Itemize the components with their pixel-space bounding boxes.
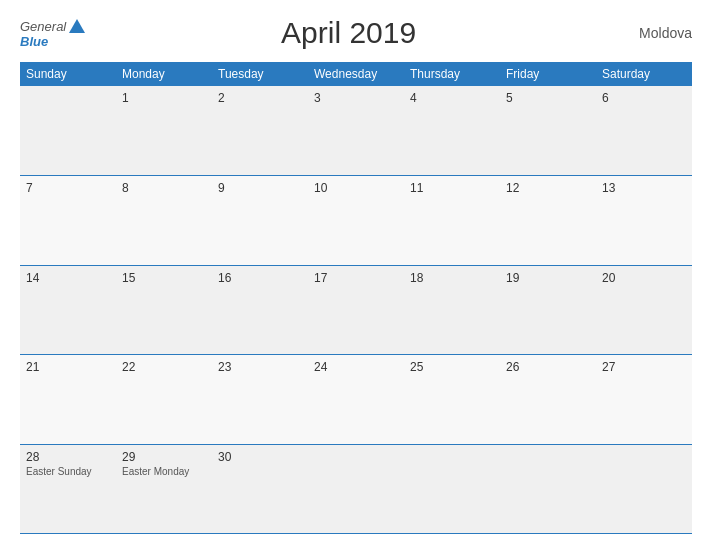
calendar-cell: 21	[20, 355, 116, 445]
day-number: 15	[122, 271, 206, 285]
day-number: 24	[314, 360, 398, 374]
calendar-header-row: SundayMondayTuesdayWednesdayThursdayFrid…	[20, 62, 692, 86]
day-number: 29	[122, 450, 206, 464]
calendar-cell: 25	[404, 355, 500, 445]
calendar-cell: 5	[500, 86, 596, 176]
calendar-cell: 27	[596, 355, 692, 445]
day-number: 30	[218, 450, 302, 464]
day-number: 20	[602, 271, 686, 285]
day-number: 3	[314, 91, 398, 105]
calendar-week-1: 123456	[20, 86, 692, 176]
calendar-cell: 18	[404, 265, 500, 355]
day-number: 6	[602, 91, 686, 105]
calendar-cell: 24	[308, 355, 404, 445]
logo: General Blue	[20, 19, 85, 48]
calendar-cell: 3	[308, 86, 404, 176]
calendar-cell: 15	[116, 265, 212, 355]
day-number: 18	[410, 271, 494, 285]
page-header: General Blue April 2019 Moldova	[20, 16, 692, 50]
calendar-cell	[404, 444, 500, 534]
day-number: 5	[506, 91, 590, 105]
calendar-cell	[596, 444, 692, 534]
day-number: 28	[26, 450, 110, 464]
day-number: 25	[410, 360, 494, 374]
logo-blue-text: Blue	[20, 35, 85, 48]
day-header-sunday: Sunday	[20, 62, 116, 86]
day-number: 7	[26, 181, 110, 195]
calendar-cell: 12	[500, 176, 596, 266]
day-number: 19	[506, 271, 590, 285]
calendar-cell: 23	[212, 355, 308, 445]
calendar-week-4: 21222324252627	[20, 355, 692, 445]
calendar-cell: 8	[116, 176, 212, 266]
calendar-cell	[20, 86, 116, 176]
calendar-cell: 14	[20, 265, 116, 355]
calendar-week-3: 14151617181920	[20, 265, 692, 355]
calendar-cell: 13	[596, 176, 692, 266]
page-title: April 2019	[85, 16, 612, 50]
calendar-week-2: 78910111213	[20, 176, 692, 266]
calendar-cell: 30	[212, 444, 308, 534]
day-header-tuesday: Tuesday	[212, 62, 308, 86]
calendar-cell: 7	[20, 176, 116, 266]
day-number: 23	[218, 360, 302, 374]
day-number: 26	[506, 360, 590, 374]
calendar-cell: 29Easter Monday	[116, 444, 212, 534]
calendar-week-5: 28Easter Sunday29Easter Monday30	[20, 444, 692, 534]
day-number: 22	[122, 360, 206, 374]
day-number: 17	[314, 271, 398, 285]
calendar-cell: 6	[596, 86, 692, 176]
calendar-cell: 19	[500, 265, 596, 355]
logo-triangle-icon	[69, 19, 85, 33]
calendar-cell: 10	[308, 176, 404, 266]
day-header-friday: Friday	[500, 62, 596, 86]
day-header-wednesday: Wednesday	[308, 62, 404, 86]
calendar-cell: 17	[308, 265, 404, 355]
day-number: 14	[26, 271, 110, 285]
calendar-cell: 2	[212, 86, 308, 176]
calendar-cell: 4	[404, 86, 500, 176]
calendar-cell: 22	[116, 355, 212, 445]
calendar-cell: 11	[404, 176, 500, 266]
country-label: Moldova	[612, 25, 692, 41]
event-label: Easter Sunday	[26, 466, 110, 477]
day-number: 9	[218, 181, 302, 195]
calendar-cell	[308, 444, 404, 534]
day-number: 12	[506, 181, 590, 195]
day-header-monday: Monday	[116, 62, 212, 86]
calendar-table: SundayMondayTuesdayWednesdayThursdayFrid…	[20, 62, 692, 534]
day-number: 8	[122, 181, 206, 195]
day-number: 16	[218, 271, 302, 285]
calendar-cell: 28Easter Sunday	[20, 444, 116, 534]
day-number: 1	[122, 91, 206, 105]
day-number: 4	[410, 91, 494, 105]
calendar-cell: 26	[500, 355, 596, 445]
calendar-cell	[500, 444, 596, 534]
day-number: 13	[602, 181, 686, 195]
calendar-cell: 1	[116, 86, 212, 176]
day-header-thursday: Thursday	[404, 62, 500, 86]
day-header-saturday: Saturday	[596, 62, 692, 86]
day-number: 10	[314, 181, 398, 195]
event-label: Easter Monday	[122, 466, 206, 477]
day-number: 2	[218, 91, 302, 105]
calendar-cell: 20	[596, 265, 692, 355]
calendar-cell: 16	[212, 265, 308, 355]
day-number: 21	[26, 360, 110, 374]
day-number: 27	[602, 360, 686, 374]
calendar-cell: 9	[212, 176, 308, 266]
logo-general-text: General	[20, 20, 66, 33]
day-number: 11	[410, 181, 494, 195]
